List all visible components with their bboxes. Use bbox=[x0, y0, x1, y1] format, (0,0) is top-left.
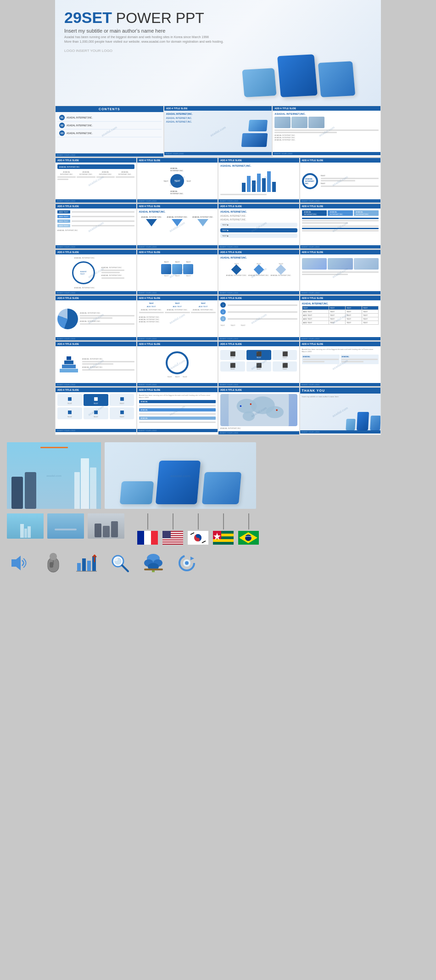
mini-data-table: TEXT TEXT TEXT TEXT ADD TEXT TEXT TEXT T… bbox=[302, 306, 379, 325]
slide-thank-you[interactable]: THANK YOU Insert my subtitle or main aut… bbox=[300, 387, 381, 435]
svg-point-32 bbox=[245, 535, 252, 541]
preview-people-city: asadal.com bbox=[7, 442, 101, 509]
slide-text-content-2[interactable]: ADD A TITLE SLIDE AsadaI has been runnin… bbox=[137, 387, 218, 435]
slide-text-content[interactable]: ADD A TITLE SLIDE AsadaI has been runnin… bbox=[300, 341, 381, 387]
svg-point-5 bbox=[250, 403, 252, 405]
slide-text-images[interactable]: ADD A TITLE SLIDE ASADAL INTERNET,INC. A… bbox=[272, 106, 381, 157]
hero-desc: AsadaI has been running one of the bigge… bbox=[64, 35, 234, 44]
magnifier-icon-item bbox=[107, 552, 133, 574]
row-3: ADD A TITLE SLIDE ADD TEXT ADD TEXT ADD … bbox=[55, 203, 381, 249]
row-6: ADD A TITLE SLIDE ASADAL INTERNET,INC. A… bbox=[55, 341, 381, 387]
svg-rect-15 bbox=[162, 538, 183, 539]
svg-marker-55 bbox=[190, 557, 194, 560]
hero-3d-blocks bbox=[225, 9, 372, 96]
flag-france bbox=[137, 531, 158, 545]
circular-arrow-icon-item bbox=[174, 552, 200, 574]
svg-point-57 bbox=[185, 561, 189, 565]
large-preview-row: asadal.com asadal.com bbox=[7, 442, 429, 509]
slide-triangle-diagram[interactable]: ADD A TITLE SLIDE ASADAL INTERNET,INC. A… bbox=[137, 203, 218, 249]
slide-button-list[interactable]: ADD A TITLE SLIDE ADD TEXT ADD TEXT ADD … bbox=[55, 203, 137, 249]
slide-text-boxes[interactable]: ADD A TITLE SLIDE TEXT AGE TEXT ASADAL I… bbox=[137, 295, 218, 341]
hero-subtitle: Insert my subtitle or main author's name… bbox=[64, 28, 234, 34]
preview-3d-blocks: asadal.com bbox=[105, 442, 256, 509]
svg-rect-8 bbox=[137, 531, 144, 545]
flag-item-togo bbox=[213, 513, 234, 545]
flag-item-usa bbox=[162, 513, 183, 545]
small-preview-row bbox=[7, 513, 429, 545]
main-container: 29SET POWER PPT Insert my subtitle or ma… bbox=[55, 0, 381, 435]
slide-body-3: ASADAL INTERNET,INC. ASADAL INTERNET,INC… bbox=[273, 111, 380, 152]
insert-logo-2: INSERT YOUR LOGO bbox=[164, 152, 272, 155]
slide-cube-process[interactable]: ADD A TITLE SLIDE TEXT TEXT TEXT TEXT TE… bbox=[137, 249, 218, 295]
preview-section: asadal.com asadal.com bbox=[0, 435, 436, 581]
slide-header-2: ADD A TITLE SLIDE bbox=[164, 106, 272, 111]
contents-body: 01 ASADAL INTERNET,INC. 02 ASADAL INTERN… bbox=[56, 112, 163, 153]
slide-header-3: ADD A TITLE SLIDE bbox=[273, 106, 380, 111]
preview-small-2 bbox=[47, 513, 84, 539]
slide-circular-arrows[interactable]: ADD A TITLE SLIDE → TEXT TEXT TEXT asada… bbox=[137, 341, 218, 387]
preview-small-3 bbox=[88, 513, 124, 539]
row-5: ADD A TITLE SLIDE ASADAL INTERNET,INC. A… bbox=[55, 295, 381, 341]
mouse-icon bbox=[46, 553, 60, 574]
flags-row bbox=[137, 513, 259, 545]
insert-logo-3: INSERT YOUR LOGO bbox=[273, 152, 380, 155]
flag-usa bbox=[162, 531, 183, 545]
svg-rect-53 bbox=[144, 569, 163, 570]
hero-slide: 29SET POWER PPT Insert my subtitle or ma… bbox=[55, 0, 381, 106]
slide-pyramid[interactable]: ADD A TITLE SLIDE ASADAL INTERNET,INC. A… bbox=[55, 341, 137, 387]
row-1: CONTENTS 01 ASADAL INTERNET,INC. 02 ASAD… bbox=[55, 106, 381, 158]
contents-item-1: 01 ASADAL INTERNET,INC. bbox=[57, 114, 162, 122]
flag-brazil bbox=[238, 531, 259, 545]
contents-item-3: 03 ASADAL INTERNET,INC. bbox=[57, 130, 162, 137]
slide-circle-arrows[interactable]: ADD A TITLE SLIDE TEXT ASADAL INTERNET,I… bbox=[137, 158, 218, 203]
slide-contents[interactable]: CONTENTS 01 ASADAL INTERNET,INC. 02 ASAD… bbox=[55, 106, 164, 157]
asadal-text: ASADAL INTERNET,INC. bbox=[166, 113, 270, 115]
slide-hero-mini[interactable]: ADD A TITLE SLIDE ASADAL INTERNET,INC. A… bbox=[164, 106, 273, 157]
slide-body-hero-mini: ASADAL INTERNET,INC. ASADAL INTERNET,INC… bbox=[164, 111, 272, 152]
speaker-icon-item bbox=[7, 552, 32, 574]
slide-bar-list[interactable]: ADD A TITLE SLIDE ASADAL INTERNET,INC. A… bbox=[55, 158, 137, 203]
slide-bar-chart[interactable]: ADD A TITLE SLIDE ASADAL INTERNET,INC. a… bbox=[218, 158, 300, 203]
block-3d-1 bbox=[242, 68, 276, 97]
slide-data-table[interactable]: ADD A TITLE SLIDE ASADAL INTERNET,INC. T… bbox=[300, 295, 381, 341]
contents-item-2: 02 ASADAL INTERNET,INC. bbox=[57, 122, 162, 130]
slide-circle-process[interactable]: ADD A TITLE SLIDE INSERTTEXT ASADAL INTE… bbox=[55, 249, 137, 295]
flag-item-brazil bbox=[238, 513, 259, 545]
slide-pie-chart[interactable]: ADD A TITLE SLIDE ASADAL INTERNET,INC. A… bbox=[55, 295, 137, 341]
world-map-graphic bbox=[220, 394, 297, 426]
contents-header: CONTENTS bbox=[56, 106, 163, 112]
svg-point-7 bbox=[276, 409, 278, 411]
svg-rect-38 bbox=[77, 563, 81, 571]
svg-rect-10 bbox=[151, 531, 158, 545]
row-4: ADD A TITLE SLIDE INSERTTEXT ASADAL INTE… bbox=[55, 249, 381, 295]
block-3d-2 bbox=[277, 54, 318, 97]
svg-rect-9 bbox=[144, 531, 151, 545]
slide-speech-bubbles[interactable]: ADD A TITLE SLIDE ASADAL INTERNET,INC. A… bbox=[218, 203, 300, 249]
mouse-icon-item bbox=[40, 552, 66, 574]
svg-rect-18 bbox=[162, 531, 171, 538]
flag-item-korea bbox=[188, 513, 208, 545]
mini-blocks bbox=[242, 120, 267, 147]
svg-rect-16 bbox=[162, 541, 183, 541]
svg-point-3 bbox=[266, 406, 284, 418]
slide-circle-text[interactable]: ADD A TITLE SLIDE ASADALINTERNETINC. TEX… bbox=[300, 158, 381, 203]
circular-arrow-icon bbox=[177, 553, 197, 574]
slide-roadmap[interactable]: ADD A TITLE SLIDE 1 2 3 TEXT TEXT TEX bbox=[218, 295, 300, 341]
row-2: ADD A TITLE SLIDE ASADAL INTERNET,INC. A… bbox=[55, 158, 381, 203]
slide-icon-buttons-2[interactable]: ADD A TITLE SLIDE ◼ TEXT ◼ TEXT ◼ TEXT bbox=[55, 387, 137, 435]
flag-togo bbox=[213, 531, 234, 545]
slide-diamond-process[interactable]: ADD A TITLE SLIDE ASADAL INTERNET,INC. T… bbox=[218, 249, 300, 295]
slide-world-map[interactable]: ADD A TITLE SLIDE bbox=[218, 387, 300, 435]
slide-image-gallery[interactable]: ADD A TITLE SLIDE asadal.com INSERT YOUR… bbox=[300, 249, 381, 295]
icons-row bbox=[7, 552, 429, 574]
folder-icon-item bbox=[141, 552, 166, 574]
flag-korea bbox=[188, 531, 208, 545]
slide-icon-buttons[interactable]: ADD A TITLE SLIDE ⬛ TEXT ⬛ TEXT ⬛ TEXT bbox=[218, 341, 300, 387]
speaker-icon bbox=[9, 554, 30, 572]
slide-tabs-list[interactable]: ADD A TITLE SLIDE ASADAL INTERNET,INC. A… bbox=[300, 203, 381, 249]
bar-chart-icon-item bbox=[74, 552, 99, 574]
svg-rect-40 bbox=[87, 561, 91, 571]
svg-rect-17 bbox=[162, 542, 183, 543]
magnifier-icon bbox=[110, 553, 130, 574]
row-7: ADD A TITLE SLIDE ◼ TEXT ◼ TEXT ◼ TEXT bbox=[55, 387, 381, 435]
